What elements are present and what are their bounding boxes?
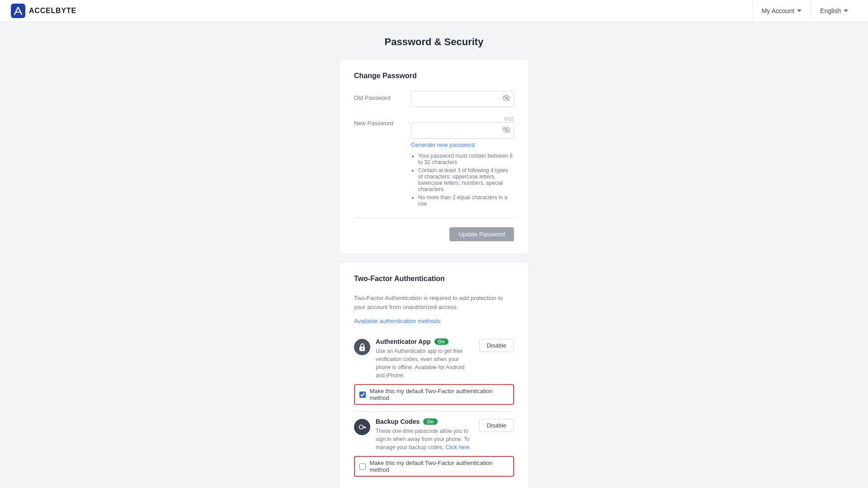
backup-codes-disable-button[interactable]: Disable bbox=[479, 419, 514, 432]
old-password-group: Old Password bbox=[354, 91, 514, 107]
language-chevron-icon bbox=[844, 9, 848, 12]
backup-codes-method: Backup Codes On These one-time passcode … bbox=[354, 412, 514, 483]
language-label: English bbox=[820, 7, 841, 14]
accelbyte-logo-icon bbox=[11, 4, 25, 18]
top-navigation: ACCELBYTE My Account English bbox=[0, 0, 868, 22]
available-methods-label: Available authentication methods: bbox=[354, 318, 514, 324]
main-content: Password & Security Change Password Old … bbox=[0, 0, 868, 488]
password-hint-1: Your password must contain between 8 to … bbox=[418, 153, 514, 165]
new-password-field-row bbox=[411, 122, 514, 139]
authenticator-app-default-checkbox[interactable] bbox=[359, 391, 366, 398]
new-password-label: New Password bbox=[354, 116, 404, 127]
old-password-visibility-icon[interactable] bbox=[502, 95, 510, 103]
my-account-chevron-icon bbox=[797, 9, 802, 12]
tfa-card: Two-Factor Authentication Two-Factor Aut… bbox=[339, 262, 529, 488]
authenticator-app-disable-button[interactable]: Disable bbox=[479, 339, 514, 352]
authenticator-app-checkbox-label: Make this my default Two-Factor authenti… bbox=[369, 388, 509, 401]
authenticator-app-body: Authenticator App On Use an Authenticato… bbox=[376, 338, 474, 380]
authenticator-app-status-badge: On bbox=[434, 338, 448, 345]
password-char-counter: 0/32 bbox=[411, 116, 514, 122]
authenticator-app-method: Authenticator App On Use an Authenticato… bbox=[354, 332, 514, 412]
generate-password-link[interactable]: Generate new password bbox=[411, 141, 475, 148]
page-title: Password & Security bbox=[385, 36, 484, 48]
backup-codes-click-here-link[interactable]: Click here. bbox=[445, 444, 471, 450]
authenticator-app-header: Authenticator App On Use an Authenticato… bbox=[354, 338, 514, 380]
backup-codes-icon bbox=[354, 419, 370, 435]
new-password-visibility-icon[interactable] bbox=[502, 127, 510, 135]
authenticator-app-name: Authenticator App bbox=[376, 338, 431, 345]
change-password-card: Change Password Old Password bbox=[339, 59, 529, 254]
card-divider bbox=[354, 218, 514, 218]
backup-codes-status-badge: On bbox=[423, 418, 437, 425]
backup-codes-name: Backup Codes bbox=[376, 418, 420, 425]
new-password-input[interactable] bbox=[411, 122, 514, 139]
old-password-field-row bbox=[411, 91, 514, 107]
password-hints-list: Your password must contain between 8 to … bbox=[411, 153, 514, 207]
tfa-card-title: Two-Factor Authentication bbox=[354, 275, 514, 283]
password-hint-3: No more than 2 equal characters in a row bbox=[418, 194, 514, 207]
backup-codes-checkbox-label: Make this my default Two-Factor authenti… bbox=[369, 460, 509, 473]
my-account-button[interactable]: My Account bbox=[752, 0, 811, 22]
card-footer: Update Password bbox=[354, 227, 514, 241]
backup-codes-body: Backup Codes On These one-time passcode … bbox=[376, 418, 474, 451]
authenticator-app-icon bbox=[354, 339, 370, 355]
backup-codes-header: Backup Codes On These one-time passcode … bbox=[354, 418, 514, 451]
old-password-input-wrap bbox=[411, 91, 514, 107]
authenticator-app-default-checkbox-row: Make this my default Two-Factor authenti… bbox=[354, 384, 514, 405]
nav-right-actions: My Account English bbox=[752, 0, 857, 22]
backup-codes-default-checkbox-row: Make this my default Two-Factor authenti… bbox=[354, 456, 514, 477]
language-button[interactable]: English bbox=[811, 0, 857, 22]
password-hint-2: Contain at least 3 of following 4 types … bbox=[418, 167, 514, 192]
logo-text: ACCELBYTE bbox=[29, 7, 76, 15]
authenticator-app-description: Use an Authenticator app to get free ver… bbox=[376, 347, 474, 380]
backup-codes-description: These one-time passcode allow you to sig… bbox=[376, 427, 474, 451]
my-account-label: My Account bbox=[762, 7, 794, 14]
svg-point-6 bbox=[362, 348, 363, 350]
svg-rect-0 bbox=[11, 4, 25, 18]
new-password-group: New Password 0/32 Generate new password bbox=[354, 116, 514, 209]
change-password-title: Change Password bbox=[354, 72, 514, 80]
logo-area: ACCELBYTE bbox=[11, 4, 752, 18]
backup-codes-title-row: Backup Codes On bbox=[376, 418, 474, 425]
old-password-label: Old Password bbox=[354, 91, 404, 101]
old-password-input[interactable] bbox=[411, 91, 514, 107]
update-password-button[interactable]: Update Password bbox=[449, 227, 514, 241]
backup-codes-default-checkbox[interactable] bbox=[359, 463, 366, 470]
authenticator-app-title-row: Authenticator App On bbox=[376, 338, 474, 345]
new-password-input-wrap: 0/32 Generate new password Your password… bbox=[411, 116, 514, 209]
tfa-description: Two-Factor Authentication is required to… bbox=[354, 294, 514, 311]
